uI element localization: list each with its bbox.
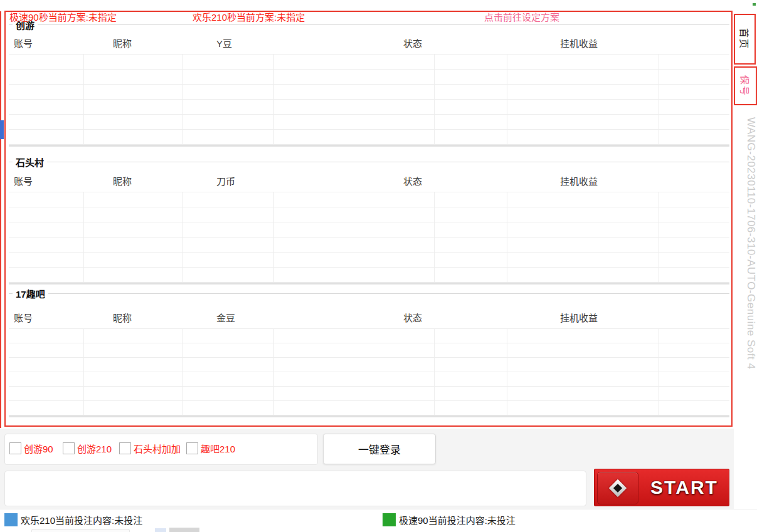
one-key-login-button[interactable]: 一键登录: [323, 434, 436, 464]
group-title: 石头村: [16, 155, 44, 169]
tab-home[interactable]: 首页: [734, 14, 756, 65]
column-header-idle-income: 挂机收益: [560, 311, 598, 324]
legend-line: [47, 162, 729, 162]
table-row: [9, 192, 729, 207]
table-row: [9, 85, 729, 100]
account-table: 账号 昵称 刀币 状态 挂机收益: [9, 169, 729, 284]
checkbox-label: 创游90: [24, 442, 53, 455]
column-separator: [182, 192, 183, 283]
column-separator: [659, 55, 659, 145]
column-header-currency: 金豆: [216, 311, 235, 324]
speed90-bet-status: 极速90当前投注内容:未投注: [399, 509, 516, 532]
window-edge-line: [0, 11, 1, 428]
column-header-idle-income: 挂机收益: [560, 174, 598, 187]
column-separator: [83, 55, 84, 145]
account-table: 账号 昵称 Y豆 状态 挂机收益: [9, 31, 729, 147]
background-window-fragment: [0, 120, 4, 139]
checkbox-label: 创游210: [77, 442, 112, 455]
column-header-currency: 刀币: [216, 174, 235, 187]
table-row: [9, 329, 729, 343]
background-window-fragment: [31, 529, 130, 532]
legend-line: [9, 293, 13, 294]
license-watermark: WANG-20230110-1706-310-AUTO-Genuine Soft…: [740, 117, 757, 531]
set-plan-link[interactable]: 点击前往设定方案: [484, 0, 559, 34]
speed90-color-chip: [383, 513, 396, 526]
happy210-plan-status: 欢乐210秒当前方案:未指定: [193, 0, 305, 34]
plan-status-panel: [4, 471, 586, 506]
table-body[interactable]: [9, 54, 729, 145]
table-bottom-strip: [9, 415, 729, 417]
column-separator: [83, 329, 84, 415]
table-bottom-strip: [9, 145, 729, 147]
start-button[interactable]: START: [594, 469, 729, 506]
column-separator: [434, 55, 435, 145]
table-body[interactable]: [9, 328, 729, 415]
table-bottom-strip: [9, 283, 729, 284]
background-window-fragment: [169, 528, 199, 532]
checkbox-label: 趣吧210: [201, 442, 235, 455]
corner-artifact: [753, 3, 756, 6]
checkbox-chuangyou90[interactable]: 创游90: [9, 442, 53, 455]
checkbox-quba210[interactable]: 趣吧210: [186, 442, 235, 455]
tab-keep-account[interactable]: 保号: [734, 66, 757, 105]
account-table: 账号 昵称 金豆 状态 挂机收益: [9, 306, 729, 417]
column-separator: [273, 192, 274, 283]
checkbox-chuangyou210[interactable]: 创游210: [63, 442, 112, 455]
table-row: [9, 387, 729, 401]
column-separator: [83, 192, 84, 283]
table-row: [9, 55, 729, 70]
column-separator: [434, 192, 435, 283]
table-row: [9, 401, 729, 415]
column-header-currency: Y豆: [216, 36, 232, 50]
table-row: [9, 268, 729, 283]
column-header-nickname: 昵称: [113, 36, 132, 50]
column-header-idle-income: 挂机收益: [560, 36, 598, 50]
legend-line: [48, 293, 729, 294]
checkbox-label: 石头村加加: [134, 442, 181, 455]
diamond-icon: [609, 479, 627, 497]
column-header-account: 账号: [14, 174, 33, 187]
column-separator: [273, 329, 274, 415]
column-separator: [507, 55, 507, 145]
column-header-status: 状态: [403, 36, 422, 50]
table-header-row: 账号 昵称 Y豆 状态 挂机收益: [9, 31, 729, 54]
table-row: [9, 372, 729, 387]
table-body[interactable]: [9, 192, 729, 283]
table-row: [9, 100, 729, 115]
checkbox-box: [9, 442, 21, 454]
table-row: [9, 222, 729, 237]
table-header-row: 账号 昵称 金豆 状态 挂机收益: [9, 306, 729, 328]
column-header-status: 状态: [403, 174, 422, 187]
happy210-color-chip: [4, 513, 18, 526]
group-title: 17趣吧: [16, 287, 45, 300]
table-row: [9, 253, 729, 268]
column-separator: [182, 55, 183, 145]
column-separator: [659, 192, 659, 283]
checkbox-box: [119, 442, 131, 454]
background-window-fragment: [155, 528, 166, 532]
column-separator: [182, 329, 183, 415]
column-header-account: 账号: [14, 311, 33, 324]
table-row: [9, 207, 729, 222]
checkbox-box: [186, 442, 198, 454]
legend-line: [38, 24, 729, 25]
table-row: [9, 115, 729, 130]
app-window: 创游 账号 昵称 Y豆 状态 挂机收益 石头村 账号 昵称 刀币: [0, 0, 757, 532]
group-legend: 17趣吧: [9, 288, 729, 299]
start-button-tile: [597, 472, 638, 504]
group-legend: 石头村: [9, 156, 729, 167]
column-header-nickname: 昵称: [113, 311, 132, 324]
column-separator: [507, 329, 507, 415]
table-row: [9, 70, 729, 85]
table-row: [9, 130, 729, 145]
start-button-label: START: [640, 469, 729, 506]
column-header-status: 状态: [403, 311, 422, 324]
column-separator: [659, 329, 659, 415]
speed90-plan-status: 极速90秒当前方案:未指定: [9, 0, 117, 34]
checkbox-shitoucun[interactable]: 石头村加加: [119, 442, 181, 455]
table-row: [9, 237, 729, 253]
legend-line: [9, 162, 13, 162]
column-header-nickname: 昵称: [113, 174, 132, 187]
table-header-row: 账号 昵称 刀币 状态 挂机收益: [9, 169, 729, 192]
column-separator: [434, 329, 435, 415]
